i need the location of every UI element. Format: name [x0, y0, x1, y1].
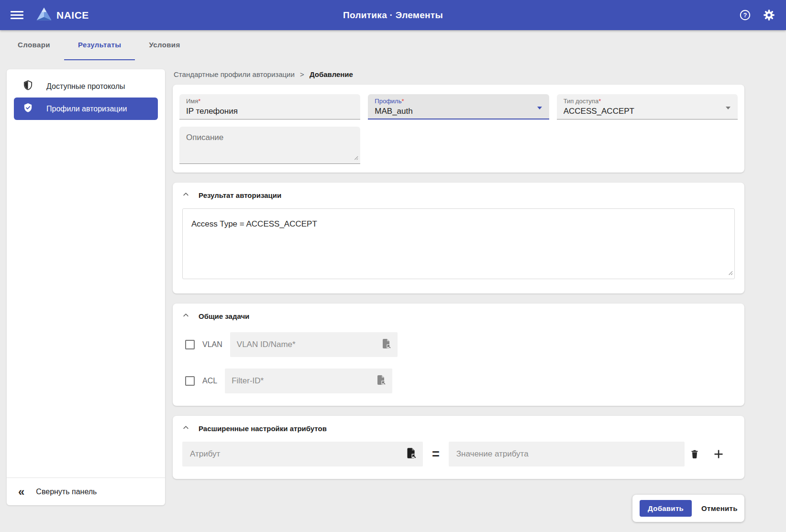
breadcrumb-current: Добавление: [310, 70, 353, 78]
sidebar-item-authorization-profiles[interactable]: Профили авторизации: [14, 98, 158, 120]
sidebar-item-label: Доступные протоколы: [46, 82, 125, 91]
advanced-section-header[interactable]: Расширенные настройки атрибутов: [179, 424, 738, 433]
shield-check-icon: [22, 102, 33, 115]
auth-result-textarea[interactable]: Access Type = ACCESS_ACCEPT: [182, 208, 735, 279]
name-input[interactable]: [186, 107, 337, 116]
sidebar-item-label: Профили авторизации: [46, 105, 127, 113]
settings-gear-icon[interactable]: [763, 9, 775, 22]
breadcrumb: Стандартные профили авторизации > Добавл…: [174, 70, 744, 78]
common-tasks-section-header[interactable]: Общие задачи: [179, 312, 738, 321]
auth-result-card: Результат авторизации Access Type = ACCE…: [173, 183, 744, 293]
sidebar-panel: Доступные протоколы Профили авторизации …: [7, 69, 165, 505]
profile-select-value[interactable]: [375, 107, 525, 116]
file-import-icon[interactable]: [405, 447, 417, 461]
attribute-value-input[interactable]: [456, 449, 679, 459]
vlan-checkbox[interactable]: [185, 340, 195, 349]
delete-trash-icon[interactable]: [689, 449, 700, 459]
chevron-up-icon: [182, 312, 189, 321]
acl-task-row: ACL: [185, 369, 738, 393]
vlan-task-row: VLAN: [185, 332, 738, 357]
tab-bar: Словари Результаты Условия: [0, 30, 786, 60]
vlan-checkbox-label: VLAN: [202, 340, 222, 349]
common-tasks-card: Общие задачи VLAN: [173, 304, 744, 406]
breadcrumb-separator: >: [300, 70, 304, 78]
chevron-up-icon: [182, 424, 189, 433]
required-mark: *: [401, 98, 404, 105]
common-tasks-title: Общие задачи: [199, 312, 249, 320]
chevron-up-icon: [182, 191, 189, 200]
profile-form-card: Имя* Профиль* Тип доступа*: [173, 85, 744, 173]
vlan-id-field[interactable]: [230, 332, 398, 357]
logo-text: NAICE: [56, 10, 89, 21]
name-field[interactable]: Имя*: [179, 94, 360, 119]
sidebar-item-allowed-protocols[interactable]: Доступные протоколы: [14, 75, 158, 98]
app-bar: NAICE Политика · Элементы ?: [0, 0, 786, 30]
logo-triangle-icon: [36, 7, 52, 23]
filter-id-field[interactable]: [225, 369, 392, 393]
tab-conditions[interactable]: Условия: [135, 30, 194, 60]
required-mark: *: [598, 98, 601, 105]
cancel-button[interactable]: Отменить: [701, 504, 738, 512]
collapse-panel-button[interactable]: « Свернуть панель: [7, 478, 165, 505]
file-import-icon[interactable]: [375, 374, 387, 388]
access-type-select-field[interactable]: Тип доступа*: [557, 94, 738, 119]
attribute-value-field[interactable]: [449, 442, 685, 467]
page-title: Политика · Элементы: [343, 10, 443, 21]
attribute-input[interactable]: [190, 449, 405, 459]
access-type-field-label: Тип доступа*: [564, 98, 731, 105]
attribute-row: =: [182, 442, 735, 467]
name-field-label: Имя*: [186, 98, 354, 105]
dropdown-arrow-icon[interactable]: [726, 107, 731, 109]
advanced-attributes-card: Расширенные настройки атрибутов =: [173, 416, 744, 479]
acl-checkbox-label: ACL: [202, 377, 217, 385]
auth-result-section-header[interactable]: Результат авторизации: [179, 191, 738, 200]
required-mark: *: [198, 98, 200, 105]
advanced-section-title: Расширенные настройки атрибутов: [199, 424, 327, 433]
tab-dictionaries[interactable]: Словари: [4, 30, 64, 60]
file-import-icon[interactable]: [380, 338, 392, 351]
attribute-field[interactable]: [182, 442, 423, 467]
profile-select-field[interactable]: Профиль*: [368, 94, 549, 119]
dropdown-arrow-icon[interactable]: [537, 107, 542, 109]
shield-icon: [22, 80, 33, 93]
access-type-select-value[interactable]: [564, 107, 714, 116]
double-chevron-left-icon: «: [18, 486, 24, 498]
form-actions-card: Добавить Отменить: [632, 495, 744, 522]
acl-checkbox[interactable]: [185, 376, 195, 386]
description-textarea[interactable]: [179, 127, 360, 164]
menu-icon[interactable]: [11, 9, 23, 21]
equals-sign: =: [432, 447, 440, 462]
vlan-id-input[interactable]: [237, 340, 380, 349]
filter-id-input[interactable]: [232, 376, 375, 386]
auth-result-title: Результат авторизации: [199, 191, 281, 199]
app-logo: NAICE: [36, 7, 89, 23]
profile-field-label: Профиль*: [375, 98, 542, 105]
add-attribute-plus-icon[interactable]: [713, 448, 724, 460]
collapse-panel-label: Свернуть панель: [36, 488, 97, 496]
add-button[interactable]: Добавить: [640, 500, 692, 517]
tab-results[interactable]: Результаты: [64, 30, 135, 60]
svg-text:?: ?: [743, 12, 747, 19]
help-icon[interactable]: ?: [739, 9, 751, 21]
breadcrumb-parent[interactable]: Стандартные профили авторизации: [174, 70, 295, 78]
